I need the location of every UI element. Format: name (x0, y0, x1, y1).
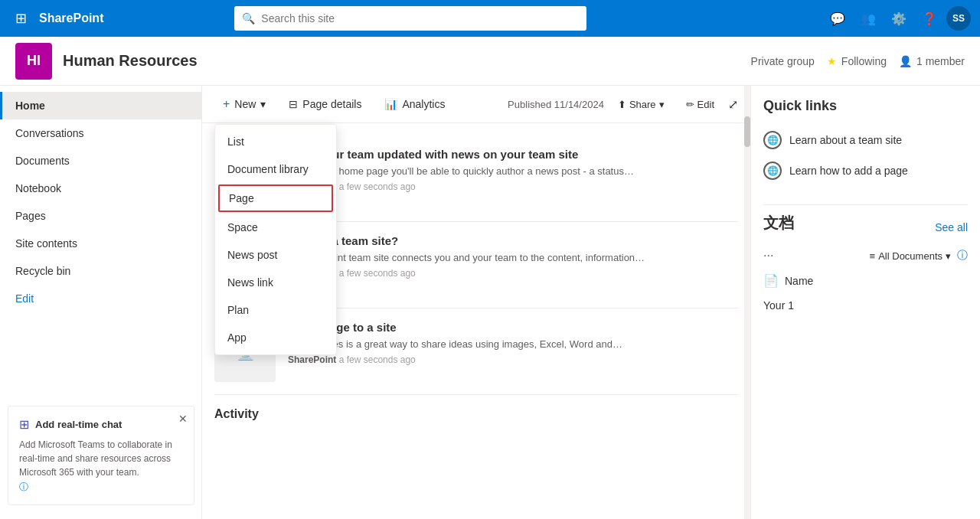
docs-filter[interactable]: ≡ All Documents ▾ (870, 250, 951, 262)
search-bar: 🔍 (234, 6, 586, 31)
avatar[interactable]: SS (946, 6, 971, 31)
quick-link-2[interactable]: 🌐 Learn how to add a page (763, 155, 968, 186)
notification-body: Add Microsoft Teams to collaborate in re… (19, 438, 183, 479)
close-notification-button[interactable]: ✕ (178, 413, 188, 425)
sidebar-item-notebook[interactable]: Notebook (0, 175, 201, 202)
quick-link-label-2: Learn how to add a page (789, 165, 908, 177)
dropdown-item-document-library[interactable]: Document library (215, 155, 336, 183)
page-details-label: Page details (302, 98, 361, 110)
documents-header: 文档 See all (763, 213, 968, 241)
documents-title: 文档 (763, 213, 794, 233)
search-input[interactable] (261, 12, 579, 24)
news-meta-2: SharePoint a few seconds ago (288, 268, 738, 279)
right-panel: Quick links 🌐 Learn about a team site 🌐 … (750, 86, 980, 519)
share-icon: ⬆ (618, 99, 626, 110)
scrollbar-track[interactable] (744, 86, 750, 519)
notification-title: Add real-time chat (35, 419, 122, 430)
notification-header: ⊞ Add real-time chat (19, 417, 183, 432)
sidebar-item-recycle-bin-label: Recycle bin (15, 265, 70, 277)
add-teams-notification: ✕ ⊞ Add real-time chat Add Microsoft Tea… (8, 406, 194, 505)
sidebar-item-notebook-label: Notebook (15, 182, 61, 194)
site-title: Human Resources (63, 52, 198, 70)
dropdown-item-news-post[interactable]: News post (215, 241, 336, 269)
toolbar: + New ▾ ⊟ Page details 📊 Analytics Publi… (202, 86, 750, 123)
share-button[interactable]: ⬆ Share ▾ (610, 95, 672, 114)
sidebar-item-pages[interactable]: Pages (0, 202, 201, 230)
settings-icon-button[interactable]: ⚙️ (885, 5, 913, 32)
info-icon: ⓘ (957, 249, 968, 263)
sidebar-item-recycle-bin[interactable]: Recycle bin (0, 257, 201, 285)
waffle-icon[interactable]: ⊞ (9, 4, 33, 33)
plus-icon: + (223, 97, 230, 111)
sidebar: Home Conversations Documents Notebook Pa… (0, 86, 202, 519)
teams-icon: ⊞ (19, 417, 29, 432)
expand-button[interactable]: ⤢ (728, 97, 738, 112)
main-layout: Home Conversations Documents Notebook Pa… (0, 86, 980, 519)
document-icon: 📄 (763, 273, 779, 288)
page-details-button[interactable]: ⊟ Page details (280, 93, 370, 116)
quick-link-label-1: Learn about a team site (789, 134, 902, 146)
sidebar-item-site-contents[interactable]: Site contents (0, 230, 201, 257)
share-chevron-icon: ▾ (659, 99, 665, 110)
member-icon: 👤 (899, 55, 912, 67)
sidebar-item-home-label: Home (15, 100, 45, 112)
member-button[interactable]: 👤 1 member (899, 55, 965, 67)
new-chevron-icon: ▾ (260, 98, 266, 110)
star-icon: ★ (827, 55, 837, 67)
search-icon: 🔍 (242, 12, 255, 24)
quick-links-section: Quick links 🌐 Learn about a team site 🌐 … (763, 98, 968, 186)
scrollbar-thumb[interactable] (744, 116, 750, 147)
sidebar-item-edit[interactable]: Edit (0, 285, 201, 312)
edit-button[interactable]: ✏ Edit (678, 95, 722, 114)
sidebar-item-conversations[interactable]: Conversations (0, 119, 201, 147)
dropdown-item-news-link[interactable]: News link (215, 269, 336, 296)
new-dropdown-menu: List Document library Page Space News po… (214, 124, 337, 355)
analytics-label: Analytics (402, 98, 445, 110)
filter-lines-icon: ≡ (870, 250, 876, 262)
site-header-right: Private group ★ Following 👤 1 member (751, 55, 965, 67)
news-desc-2: A SharePoint team site connects you and … (288, 252, 738, 263)
news-meta-3: SharePoint a few seconds ago (288, 354, 738, 365)
news-desc-1: On the site home page you'll be able to … (288, 165, 738, 177)
your-text: Your 1 (763, 299, 794, 312)
dropdown-item-app[interactable]: App (215, 324, 336, 351)
news-title-1: Keep your team updated with news on your… (288, 148, 738, 161)
doc-name-label: Name (785, 275, 813, 287)
following-button[interactable]: ★ Following (827, 55, 887, 67)
globe-icon-2: 🌐 (763, 162, 782, 180)
new-button[interactable]: + New ▾ (214, 92, 274, 116)
site-logo: HI (15, 43, 52, 80)
news-title-3: Add a page to a site (288, 321, 738, 334)
chat-icon-button[interactable]: 💬 (824, 5, 851, 32)
news-body-2: What is a team site? A SharePoint team s… (288, 234, 738, 295)
three-dots-icon[interactable]: ··· (763, 249, 773, 263)
dropdown-item-space[interactable]: Space (215, 214, 336, 241)
site-header: HI Human Resources Private group ★ Follo… (0, 37, 980, 86)
dropdown-item-plan[interactable]: Plan (215, 296, 336, 324)
edit-pencil-icon: ✏ (686, 99, 694, 110)
dropdown-item-list[interactable]: List (215, 128, 336, 155)
your-text-container: Your 1 (763, 292, 968, 318)
analytics-button[interactable]: 📊 Analytics (376, 93, 453, 116)
edit-label: Edit (697, 99, 714, 110)
sidebar-item-home[interactable]: Home (0, 92, 201, 119)
news-time-value-3: a few seconds ago (339, 354, 416, 365)
news-desc-3: Using pages is a great way to share idea… (288, 338, 738, 350)
quick-link-1[interactable]: 🌐 Learn about a team site (763, 125, 968, 155)
sidebar-item-documents[interactable]: Documents (0, 147, 201, 175)
private-group-label: Private group (751, 55, 815, 67)
panel-divider (763, 204, 968, 205)
see-all-button[interactable]: See all (935, 221, 968, 233)
dropdown-item-page[interactable]: Page (218, 184, 333, 212)
help-icon-button[interactable]: ❓ (916, 5, 943, 32)
published-text: Published 11/14/2024 (508, 99, 604, 110)
sidebar-item-pages-label: Pages (15, 210, 46, 222)
quick-links-title: Quick links (763, 98, 968, 114)
panel-toolbar: ··· ≡ All Documents ▾ ⓘ (763, 249, 968, 263)
people-icon-button[interactable]: 👥 (854, 5, 882, 32)
page-details-icon: ⊟ (289, 98, 298, 110)
news-body-1: Keep your team updated with news on your… (288, 148, 738, 209)
new-label: New (234, 98, 256, 110)
news-body-3: Add a page to a site Using pages is a gr… (288, 321, 738, 382)
notification-info-link[interactable]: ⓘ (19, 481, 28, 492)
